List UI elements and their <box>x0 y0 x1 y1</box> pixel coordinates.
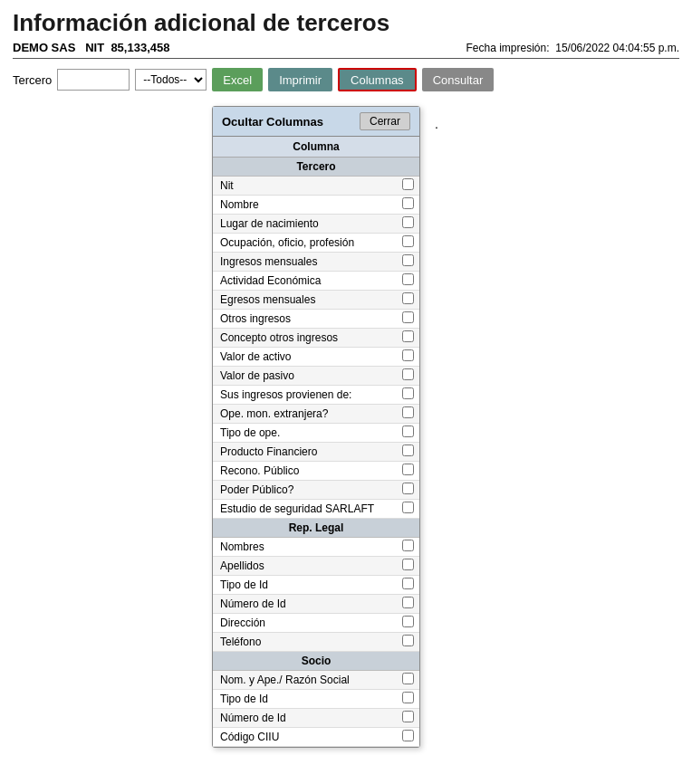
row-label: Actividad Económica <box>213 272 397 291</box>
row-checkbox[interactable] <box>402 692 414 703</box>
table-row: Número de Id <box>213 595 419 614</box>
table-row: Nit <box>213 177 419 196</box>
table-row: Producto Financiero <box>213 443 419 462</box>
row-label: Teléfono <box>213 633 397 652</box>
row-checkbox[interactable] <box>402 502 414 513</box>
row-checkbox-cell[interactable] <box>397 234 419 253</box>
row-checkbox[interactable] <box>402 578 414 589</box>
row-checkbox[interactable] <box>402 730 414 741</box>
row-checkbox-cell[interactable] <box>397 500 419 519</box>
row-checkbox-cell[interactable] <box>397 538 419 557</box>
row-checkbox[interactable] <box>402 597 414 608</box>
table-row: Tipo de Id <box>213 576 419 595</box>
row-label: Valor de activo <box>213 348 397 367</box>
table-row: Dirección <box>213 614 419 633</box>
row-label: Tipo de ope. <box>213 424 397 443</box>
table-row: Ocupación, oficio, profesión <box>213 234 419 253</box>
tercero-label: Tercero <box>13 73 52 87</box>
row-checkbox-cell[interactable] <box>397 196 419 215</box>
tercero-input[interactable] <box>57 69 130 91</box>
row-checkbox-cell[interactable] <box>397 614 419 633</box>
row-checkbox[interactable] <box>402 483 414 494</box>
row-checkbox-cell[interactable] <box>397 272 419 291</box>
row-checkbox[interactable] <box>402 673 414 684</box>
row-checkbox[interactable] <box>402 349 414 361</box>
row-checkbox-cell[interactable] <box>397 462 419 481</box>
row-checkbox-cell[interactable] <box>397 690 419 709</box>
row-checkbox[interactable] <box>402 292 414 304</box>
row-checkbox[interactable] <box>402 711 414 722</box>
row-checkbox-cell[interactable] <box>397 443 419 462</box>
row-label: Otros ingresos <box>213 310 397 329</box>
toolbar: Tercero --Todos-- Excel Imprimir Columna… <box>13 68 679 91</box>
row-checkbox-cell[interactable] <box>397 405 419 424</box>
row-checkbox-cell[interactable] <box>397 557 419 576</box>
row-checkbox[interactable] <box>402 464 414 475</box>
row-checkbox[interactable] <box>402 235 414 247</box>
row-label: Lugar de nacimiento <box>213 215 397 234</box>
row-label: Ingresos mensuales <box>213 253 397 272</box>
row-checkbox[interactable] <box>402 197 414 209</box>
table-row: Estudio de seguridad SARLAFT <box>213 500 419 519</box>
row-checkbox-cell[interactable] <box>397 424 419 443</box>
row-checkbox-cell[interactable] <box>397 177 419 196</box>
row-checkbox[interactable] <box>402 616 414 627</box>
section-header-tercero: Tercero <box>213 158 419 177</box>
row-checkbox[interactable] <box>402 273 414 285</box>
row-label: Código CIIU <box>213 728 397 747</box>
row-checkbox[interactable] <box>402 387 414 399</box>
row-checkbox-cell[interactable] <box>397 367 419 386</box>
page-title: Información adicional de terceros <box>13 9 679 37</box>
company-info: DEMO SAS NIT 85,133,458 <box>13 41 169 54</box>
table-row: Nombre <box>213 196 419 215</box>
table-row: Número de Id <box>213 709 419 728</box>
row-checkbox-cell[interactable] <box>397 215 419 234</box>
print-button[interactable]: Imprimir <box>268 68 332 91</box>
row-checkbox-cell[interactable] <box>397 253 419 272</box>
row-checkbox-cell[interactable] <box>397 481 419 500</box>
table-row: Código CIIU <box>213 728 419 747</box>
row-checkbox-cell[interactable] <box>397 576 419 595</box>
table-row: Valor de pasivo <box>213 367 419 386</box>
table-row: Teléfono <box>213 633 419 652</box>
row-checkbox-cell[interactable] <box>397 595 419 614</box>
columns-button[interactable]: Columnas <box>338 68 417 91</box>
table-row: Valor de activo <box>213 348 419 367</box>
row-checkbox-cell[interactable] <box>397 633 419 652</box>
table-row: Actividad Económica <box>213 272 419 291</box>
row-checkbox[interactable] <box>402 406 414 418</box>
row-checkbox-cell[interactable] <box>397 329 419 348</box>
row-checkbox[interactable] <box>402 216 414 228</box>
consult-button[interactable]: Consultar <box>422 68 495 91</box>
row-checkbox-cell[interactable] <box>397 709 419 728</box>
row-checkbox[interactable] <box>402 368 414 380</box>
row-label: Producto Financiero <box>213 443 397 462</box>
print-label: Fecha impresión: <box>466 42 550 54</box>
row-checkbox[interactable] <box>402 425 414 437</box>
dot-indicator: . <box>435 117 438 131</box>
row-checkbox[interactable] <box>402 635 414 646</box>
row-checkbox-cell[interactable] <box>397 310 419 329</box>
row-checkbox-cell[interactable] <box>397 348 419 367</box>
table-row: Poder Público? <box>213 481 419 500</box>
row-label: Poder Público? <box>213 481 397 500</box>
row-checkbox[interactable] <box>402 330 414 342</box>
row-label: Concepto otros ingresos <box>213 329 397 348</box>
row-checkbox[interactable] <box>402 254 414 266</box>
row-checkbox-cell[interactable] <box>397 386 419 405</box>
todos-select[interactable]: --Todos-- <box>135 69 207 91</box>
table-row: Apellidos <box>213 557 419 576</box>
row-checkbox-cell[interactable] <box>397 728 419 747</box>
row-checkbox[interactable] <box>402 559 414 570</box>
row-label: Sus ingresos provienen de: <box>213 386 397 405</box>
row-checkbox-cell[interactable] <box>397 671 419 690</box>
row-checkbox[interactable] <box>402 178 414 190</box>
company-bar: DEMO SAS NIT 85,133,458 Fecha impresión:… <box>13 41 679 59</box>
row-checkbox[interactable] <box>402 311 414 323</box>
row-checkbox-cell[interactable] <box>397 291 419 310</box>
popup-close-button[interactable]: Cerrar <box>360 112 410 130</box>
excel-button[interactable]: Excel <box>212 68 263 91</box>
row-checkbox[interactable] <box>402 445 414 456</box>
row-label: Ope. mon. extranjera? <box>213 405 397 424</box>
row-checkbox[interactable] <box>402 540 414 551</box>
